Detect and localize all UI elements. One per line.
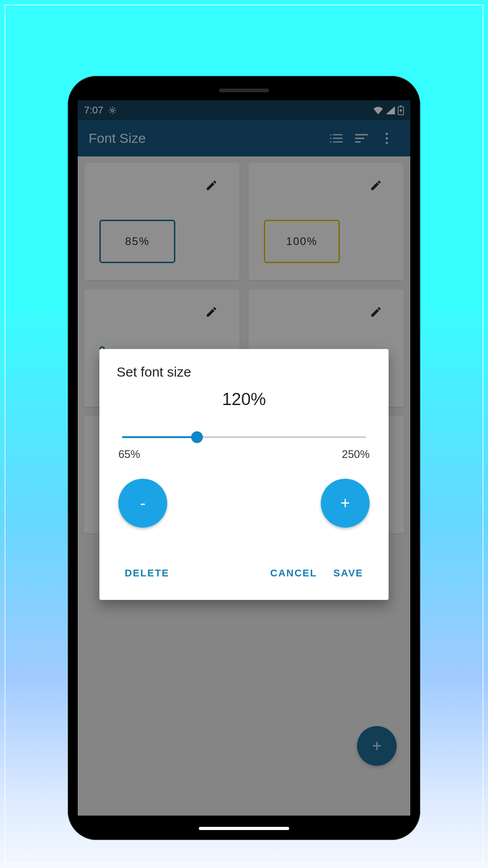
minus-icon: - [140,494,145,513]
delete-button[interactable]: DELETE [117,562,178,585]
home-indicator[interactable] [199,827,289,830]
font-size-slider[interactable] [122,436,366,438]
save-button[interactable]: SAVE [325,562,371,585]
phone-speaker [219,89,269,92]
font-size-dialog: Set font size 120% 65% 250% - + [99,349,389,600]
decrement-button[interactable]: - [118,479,167,528]
phone-frame: 7:07 [68,76,420,840]
increment-button[interactable]: + [321,479,370,528]
plus-icon: + [340,494,350,513]
slider-max-label: 250% [342,448,370,461]
dialog-title: Set font size [117,364,371,380]
dialog-current-value: 120% [117,390,371,409]
slider-min-label: 65% [118,448,140,461]
cancel-button[interactable]: CANCEL [262,562,325,585]
screen: 7:07 [78,100,410,816]
